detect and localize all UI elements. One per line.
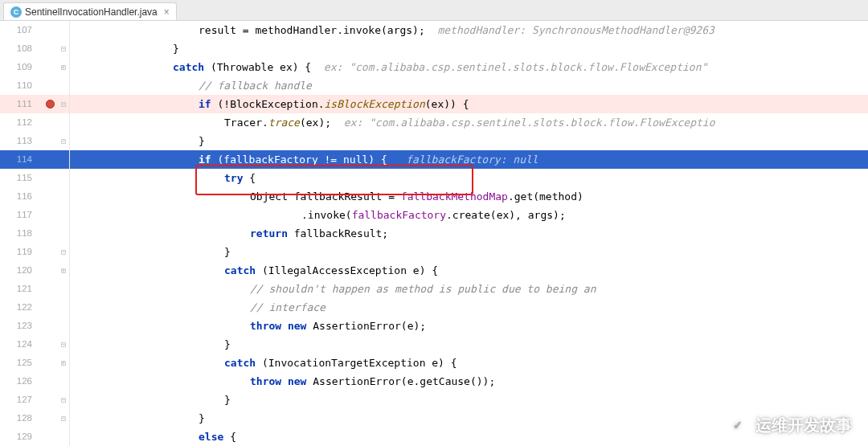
code-text[interactable]: } [70,335,868,354]
code-text[interactable]: else { [70,428,868,446]
breakpoint-gutter[interactable] [42,169,58,187]
code-line[interactable]: 124⊟} [0,335,868,354]
breakpoint-icon[interactable] [46,100,55,108]
breakpoint-gutter[interactable] [42,21,58,39]
breakpoint-gutter[interactable] [42,261,58,280]
code-text[interactable]: Tracer.trace(ex); ex: "com.alibaba.csp.s… [70,113,868,132]
breakpoint-gutter[interactable] [42,187,58,206]
fold-toggle[interactable]: ⊞ [58,354,69,372]
fold-toggle[interactable]: ⊟ [58,335,69,354]
breakpoint-gutter[interactable] [42,354,58,372]
line-number: 123 [0,317,42,335]
breakpoint-gutter[interactable] [42,391,58,409]
breakpoint-gutter[interactable] [42,76,58,95]
breakpoint-gutter[interactable] [42,206,58,224]
fold-toggle[interactable]: ⊟ [58,243,69,261]
fold-toggle[interactable]: ⊞ [58,261,69,280]
code-text[interactable]: // fallback handle [70,76,868,95]
code-text[interactable]: } [70,391,868,409]
breakpoint-gutter[interactable] [42,224,58,243]
fold-toggle[interactable]: ⊞ [58,58,69,76]
fold-toggle[interactable]: ⊟ [58,391,69,409]
code-line[interactable]: 127⊟} [0,391,868,409]
code-text[interactable]: result = methodHandler.invoke(args); met… [70,21,868,39]
fold-toggle [58,317,69,335]
code-text[interactable]: // interface [70,298,868,317]
breakpoint-gutter[interactable] [42,280,58,298]
close-icon[interactable]: × [164,6,170,18]
code-line[interactable]: 107result = methodHandler.invoke(args); … [0,21,868,39]
code-line[interactable]: 129else { [0,428,868,446]
code-text[interactable]: throw new AssertionError(e); [70,317,868,335]
breakpoint-gutter[interactable] [42,372,58,391]
line-number: 128 [0,409,42,428]
breakpoint-gutter[interactable] [42,298,58,317]
fold-toggle [58,224,69,243]
code-text[interactable]: catch (Throwable ex) { ex: "com.alibaba.… [70,58,868,76]
code-line[interactable]: 109⊞catch (Throwable ex) { ex: "com.alib… [0,58,868,76]
code-text[interactable]: } [70,409,868,428]
breakpoint-gutter[interactable] [42,409,58,428]
fold-toggle [58,428,69,446]
fold-toggle[interactable]: ⊟ [58,95,69,113]
line-number: 127 [0,391,42,409]
code-line[interactable]: 123throw new AssertionError(e); [0,317,868,335]
line-number: 108 [0,39,42,58]
breakpoint-gutter[interactable] [42,58,58,76]
breakpoint-gutter[interactable] [42,150,58,169]
code-text[interactable]: catch (InvocationTargetException e) { [70,354,868,372]
fold-toggle[interactable]: ⊟ [58,409,69,428]
line-number: 110 [0,76,42,95]
code-text[interactable]: throw new AssertionError(e.getCause()); [70,372,868,391]
code-text[interactable]: .invoke(fallbackFactory.create(ex), args… [70,206,868,224]
code-line[interactable]: 128⊟} [0,409,868,428]
line-number: 117 [0,206,42,224]
line-number: 124 [0,335,42,354]
fold-toggle [58,280,69,298]
breakpoint-gutter[interactable] [42,317,58,335]
breakpoint-gutter[interactable] [42,113,58,132]
code-line[interactable]: 112Tracer.trace(ex); ex: "com.alibaba.cs… [0,113,868,132]
code-text[interactable]: if (!BlockException.isBlockException(ex)… [70,95,868,113]
code-line[interactable]: 117.invoke(fallbackFactory.create(ex), a… [0,206,868,224]
code-line[interactable]: 119⊟} [0,243,868,261]
code-line[interactable]: 113⊟} [0,132,868,150]
code-editor[interactable]: 107result = methodHandler.invoke(args); … [0,21,868,446]
code-line[interactable]: 116Object fallbackResult = fallbackMetho… [0,187,868,206]
code-line[interactable]: 108⊟} [0,39,868,58]
code-text[interactable]: } [70,39,868,58]
breakpoint-gutter[interactable] [42,132,58,150]
code-line[interactable]: 120⊞catch (IllegalAccessException e) { [0,261,868,280]
breakpoint-gutter[interactable] [42,95,58,113]
breakpoint-gutter[interactable] [42,335,58,354]
file-tab[interactable]: C SentinelInvocationHandler.java × [3,2,177,20]
breakpoint-gutter[interactable] [42,39,58,58]
code-line[interactable]: 114if (fallbackFactory != null) { fallba… [0,150,868,169]
java-class-icon: C [10,6,22,18]
code-line[interactable]: 111⊟if (!BlockException.isBlockException… [0,95,868,113]
code-text[interactable]: // shouldn't happen as method is public … [70,280,868,298]
fold-toggle[interactable]: ⊟ [58,132,69,150]
code-text[interactable]: } [70,243,868,261]
code-line[interactable]: 125⊞catch (InvocationTargetException e) … [0,354,868,372]
code-text[interactable]: if (fallbackFactory != null) { fallbackF… [70,150,868,169]
fold-toggle [58,21,69,39]
code-text[interactable]: return fallbackResult; [70,224,868,243]
breakpoint-gutter[interactable] [42,428,58,446]
code-line[interactable]: 118return fallbackResult; [0,224,868,243]
code-text[interactable]: catch (IllegalAccessException e) { [70,261,868,280]
fold-toggle [58,169,69,187]
fold-toggle[interactable]: ⊟ [58,39,69,58]
code-line[interactable]: 122// interface [0,298,868,317]
code-line[interactable]: 121// shouldn't happen as method is publ… [0,280,868,298]
code-line[interactable]: 115try { [0,169,868,187]
code-line[interactable]: 110// fallback handle [0,76,868,95]
tab-filename: SentinelInvocationHandler.java [25,6,158,18]
line-number: 122 [0,298,42,317]
code-text[interactable]: try { [70,169,868,187]
code-text[interactable]: Object fallbackResult = fallbackMethodMa… [70,187,868,206]
line-number: 113 [0,132,42,150]
breakpoint-gutter[interactable] [42,243,58,261]
code-line[interactable]: 126throw new AssertionError(e.getCause()… [0,372,868,391]
code-text[interactable]: } [70,132,868,150]
